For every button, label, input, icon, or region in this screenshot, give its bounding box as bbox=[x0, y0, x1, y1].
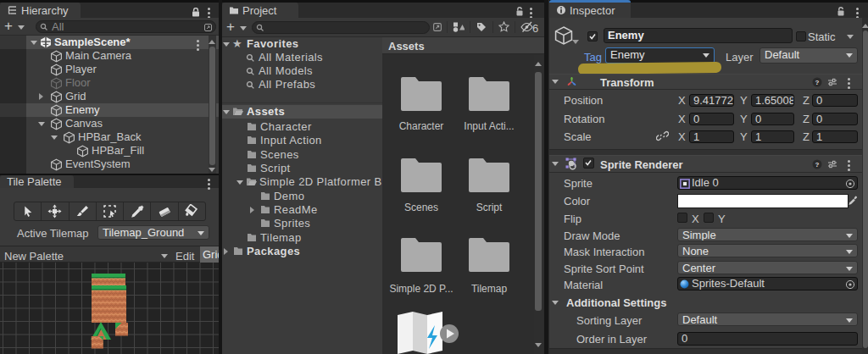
svg-text:?: ? bbox=[815, 161, 820, 169]
svg-text:?: ? bbox=[815, 79, 820, 86]
